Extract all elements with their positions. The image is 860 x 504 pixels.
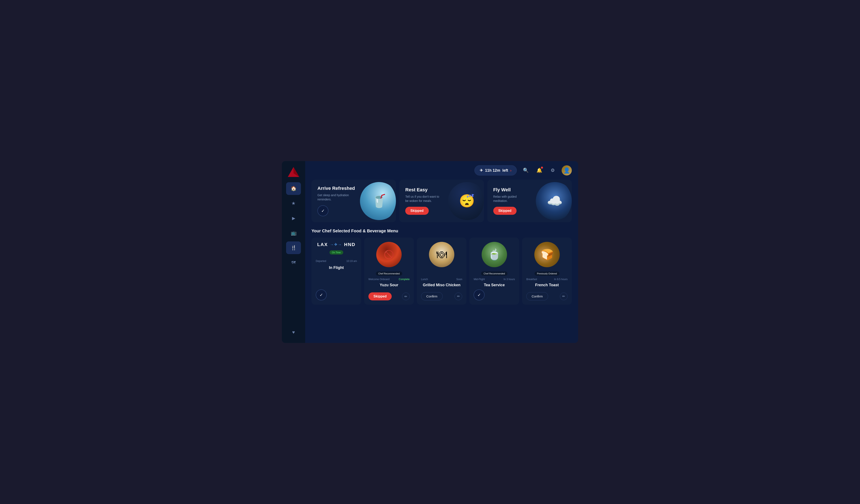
fly-well-image: ☁️ [534,180,572,222]
yuzu-sour-edit-button[interactable]: ✏ [402,293,410,300]
tea-service-image: 🍵 [482,242,507,267]
route-arrow-icon: →✈→ [330,242,342,247]
promo-card-fly-well: Fly Well Relax with guided meditation. S… [487,180,572,222]
sidebar-item-dining[interactable]: 🍴 [286,241,301,254]
heart-icon: ♥ [292,330,295,335]
settings-button[interactable]: ⚙ [548,166,557,175]
promo-card-rest-easy: Rest Easy Tell us if you don't want to b… [399,180,484,222]
sidebar: 🏠 ★ ▶ 📺 🍴 🗺 ♥ [282,161,305,343]
sidebar-item-map[interactable]: 🗺 [286,256,301,269]
flight-route-display: LAX →✈→ HND [317,242,356,247]
arrive-refreshed-check-button[interactable]: ✓ [317,205,328,216]
menu-card-french-toast: 🍞 Previously Ordered Breakfast In 9.5 ho… [522,238,572,305]
app-screen: 🏠 ★ ▶ 📺 🍴 🗺 ♥ ✈ 11h 12m left › [282,161,578,343]
sidebar-item-home[interactable]: 🏠 [286,182,301,195]
sidebar-item-heart[interactable]: ♥ [286,326,301,339]
sidebar-item-favorites[interactable]: ★ [286,197,301,210]
in-flight-label: In Flight [329,266,344,270]
yuzu-sour-name: Yuzu Sour [369,283,410,287]
on-time-badge-text: On Time [332,251,341,254]
grilled-miso-chicken-image: 🍽 [429,242,454,267]
french-toast-meta-label: Breakfast [526,278,537,281]
menu-card-grilled-miso-chicken: 🍽 Lunch Soon Grilled Miso Chicken Confir… [417,238,467,305]
french-toast-actions: Confirm ✏ [526,292,568,300]
grilled-miso-badge-spacer [421,271,462,276]
notifications-button[interactable]: 🔔 [534,166,544,175]
main-content: ✈ 11h 12m left › 🔍 🔔 ⚙ 👤 [305,161,578,343]
menu-section: Your Chef Selected Food & Beverage Menu … [312,228,572,305]
french-toast-meta: Breakfast In 9.5 hours [526,278,568,281]
departed-time: 10:19 am [346,260,357,263]
avatar-image: 👤 [563,167,570,174]
promo-cards-row: Arrive Refreshed Get sleep and hydration… [312,180,572,222]
grilled-miso-edit-button[interactable]: ✏ [455,293,462,300]
map-icon: 🗺 [291,260,296,265]
tea-service-meta: Mid-Flight In 3 hours [474,278,515,281]
rest-easy-skipped-button[interactable]: Skipped [405,207,429,215]
search-icon: 🔍 [523,168,529,173]
tea-service-meta-value: In 3 hours [504,278,515,281]
promo-card-rest-easy-text: Rest Easy Tell us if you don't want to b… [405,187,439,215]
header: ✈ 11h 12m left › 🔍 🔔 ⚙ 👤 [305,161,578,180]
sidebar-item-tv[interactable]: 📺 [286,227,301,239]
notification-badge [541,167,543,169]
star-icon: ★ [291,201,296,206]
promo-card-arrive-refreshed-text: Arrive Refreshed Get sleep and hydration… [317,186,355,216]
tea-service-actions: ✓ [474,290,515,300]
promo-rest-easy-title: Rest Easy [405,187,439,193]
promo-arrive-refreshed-title: Arrive Refreshed [317,186,355,191]
yuzu-sour-skipped-button[interactable]: Skipped [369,292,392,300]
play-icon: ▶ [292,216,295,221]
chevron-right-icon: › [510,168,512,173]
tea-service-name: Tea Service [474,283,515,287]
menu-card-yuzu-sour: 🚫 Chef Recommended Welcome Onboard Compl… [364,238,414,305]
promo-rest-easy-desc: Tell us if you don't want to be woken fo… [405,195,439,203]
french-toast-confirm-button[interactable]: Confirm [526,292,548,300]
grilled-miso-name: Grilled Miso Chicken [421,283,462,287]
french-toast-meta-value: In 9.5 hours [554,278,568,281]
search-button[interactable]: 🔍 [521,166,530,175]
content-area: Arrive Refreshed Get sleep and hydration… [305,180,578,343]
plane-icon: ✈ [480,168,483,173]
promo-card-fly-well-text: Fly Well Relax with guided meditation. S… [493,187,527,215]
grilled-miso-meta: Lunch Soon [421,278,462,281]
menu-section-title: Your Chef Selected Food & Beverage Menu [312,228,572,233]
arrive-refreshed-image: 🥤 [358,180,396,222]
promo-arrive-refreshed-desc: Get sleep and hydration reminders. [317,193,351,202]
rest-easy-image: 😴 [446,180,484,222]
french-toast-image: 🍞 [534,242,560,267]
tea-service-meta-label: Mid-Flight [474,278,485,281]
menu-card-flight-route: LAX →✈→ HND On Time Departed 10:19 am In… [312,238,361,305]
tea-service-check-button[interactable]: ✓ [474,290,485,300]
grilled-miso-actions: Confirm ✏ [421,292,462,300]
user-avatar[interactable]: 👤 [562,165,572,176]
grilled-miso-meta-value: Soon [456,278,462,281]
flight-route-actions: ✓ [316,290,357,300]
grilled-miso-meta-label: Lunch [421,278,428,281]
tea-service-badge: Chef Recommended [481,271,507,276]
sidebar-item-movies[interactable]: ▶ [286,212,301,224]
promo-card-arrive-refreshed: Arrive Refreshed Get sleep and hydration… [312,180,396,222]
yuzu-sour-meta: Welcome Onboard Complete [369,278,410,281]
flight-suffix: left [502,168,508,173]
delta-logo [286,165,301,180]
french-toast-edit-button[interactable]: ✏ [560,293,568,300]
grilled-miso-confirm-button[interactable]: Confirm [421,292,443,300]
french-toast-name: French Toast [526,283,568,287]
destination-code: HND [344,242,356,247]
menu-card-tea-service: 🍵 Chef Recommended Mid-Flight In 3 hours… [469,238,519,305]
flight-route-meta: Departed 10:19 am [316,260,357,263]
settings-icon: ⚙ [550,168,555,173]
fly-well-skipped-button[interactable]: Skipped [493,207,517,215]
tv-icon: 📺 [291,230,297,236]
menu-cards-row: LAX →✈→ HND On Time Departed 10:19 am In… [312,238,572,305]
in-flight-check-button[interactable]: ✓ [316,290,327,300]
yuzu-sour-actions: Skipped ✏ [369,292,410,300]
yuzu-sour-meta-value: Complete [399,278,410,281]
flight-time: 11h 12m [485,168,500,173]
yuzu-sour-image: 🚫 [376,242,402,267]
origin-code: LAX [317,242,328,247]
on-time-badge: On Time [329,250,343,254]
yuzu-sour-meta-label: Welcome Onboard [369,278,390,281]
flight-status-pill[interactable]: ✈ 11h 12m left › [474,165,517,176]
